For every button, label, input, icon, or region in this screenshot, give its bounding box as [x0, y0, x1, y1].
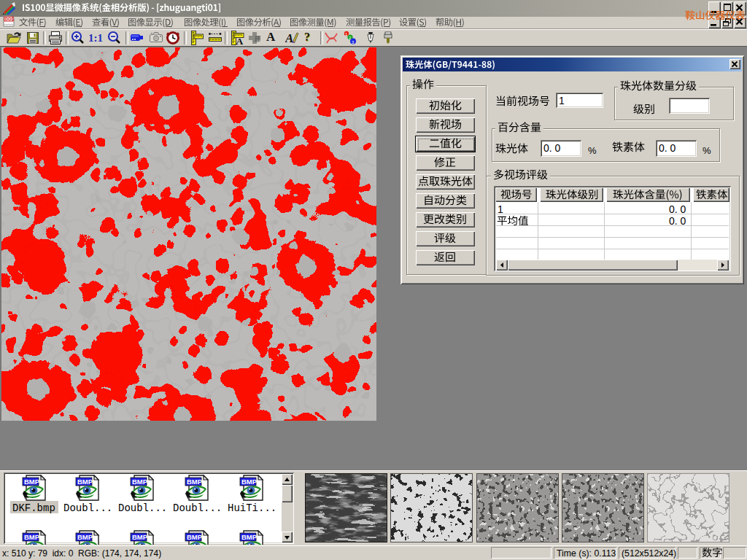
- svg-text:A: A: [236, 36, 244, 46]
- svg-text:A: A: [285, 31, 293, 45]
- svg-text:DOC: DOC: [5, 17, 14, 21]
